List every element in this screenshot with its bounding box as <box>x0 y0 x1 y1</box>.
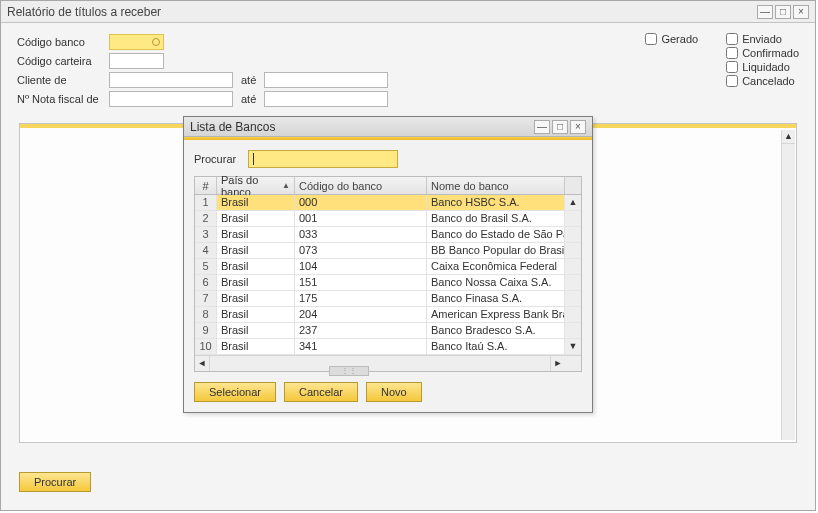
liquidado-checkbox[interactable]: Liquidado <box>726 61 799 73</box>
gerado-checkbox[interactable]: Gerado <box>645 33 698 45</box>
window-title: Relatório de títulos a receber <box>7 5 757 19</box>
cell-codigo: 001 <box>295 211 427 226</box>
enviado-box[interactable] <box>726 33 738 45</box>
maximize-icon[interactable]: □ <box>775 5 791 19</box>
table-row[interactable]: 7Brasil175Banco Finasa S.A. <box>195 291 581 307</box>
dialog-minimize-icon[interactable]: — <box>534 120 550 134</box>
cell-num: 5 <box>195 259 217 274</box>
cell-scroll[interactable] <box>565 307 581 322</box>
dialog-title: Lista de Bancos <box>190 120 534 134</box>
cliente-de-label: Cliente de <box>17 74 109 86</box>
cell-scroll[interactable] <box>565 291 581 306</box>
cell-num: 6 <box>195 275 217 290</box>
dialog-titlebar[interactable]: Lista de Bancos — □ × <box>184 117 592 137</box>
cell-nome: Banco HSBC S.A. <box>427 195 565 210</box>
enviado-checkbox[interactable]: Enviado <box>726 33 799 45</box>
cancelado-box[interactable] <box>726 75 738 87</box>
col-codigo[interactable]: Código do banco <box>295 177 427 194</box>
hscroll-left-icon[interactable]: ◄ <box>195 356 210 371</box>
cell-nome: Banco Nossa Caixa S.A. <box>427 275 565 290</box>
table-row[interactable]: 4Brasil073BB Banco Popular do Brasil S.A <box>195 243 581 259</box>
liquidado-box[interactable] <box>726 61 738 73</box>
table-row[interactable]: 1Brasil000Banco HSBC S.A.▲ <box>195 195 581 211</box>
cell-nome: Banco do Estado de São Paulo <box>427 227 565 242</box>
codigo-carteira-input[interactable] <box>109 53 164 69</box>
cell-codigo: 341 <box>295 339 427 354</box>
dialog-maximize-icon[interactable]: □ <box>552 120 568 134</box>
table-row[interactable]: 9Brasil237Banco Bradesco S.A. <box>195 323 581 339</box>
cell-codigo: 073 <box>295 243 427 258</box>
cell-pais: Brasil <box>217 195 295 210</box>
cell-scroll[interactable] <box>565 323 581 338</box>
cell-pais: Brasil <box>217 211 295 226</box>
cell-scroll[interactable] <box>565 259 581 274</box>
hscroll-thumb[interactable]: ⋮⋮ <box>329 366 369 376</box>
cell-nome: BB Banco Popular do Brasil S.A <box>427 243 565 258</box>
sort-asc-icon: ▲ <box>282 181 290 190</box>
minimize-icon[interactable]: — <box>757 5 773 19</box>
table-row[interactable]: 3Brasil033Banco do Estado de São Paulo <box>195 227 581 243</box>
cell-nome: Caixa Econômica Federal <box>427 259 565 274</box>
codigo-banco-input[interactable] <box>109 34 164 50</box>
novo-button[interactable]: Novo <box>366 382 422 402</box>
nota-fiscal-de-input[interactable] <box>109 91 233 107</box>
table-row[interactable]: 2Brasil001Banco do Brasil S.A. <box>195 211 581 227</box>
dialog-close-icon[interactable]: × <box>570 120 586 134</box>
table-row[interactable]: 6Brasil151Banco Nossa Caixa S.A. <box>195 275 581 291</box>
cliente-de-input[interactable] <box>109 72 233 88</box>
nota-fiscal-de-label: Nº Nota fiscal de <box>17 93 109 105</box>
codigo-banco-label: Código banco <box>17 36 109 48</box>
cell-num: 9 <box>195 323 217 338</box>
bancos-table: # País do banco▲ Código do banco Nome do… <box>194 176 582 372</box>
col-nome[interactable]: Nome do banco <box>427 177 565 194</box>
cell-pais: Brasil <box>217 307 295 322</box>
table-row[interactable]: 10Brasil341Banco Itaú S.A.▼ <box>195 339 581 355</box>
cancelar-button[interactable]: Cancelar <box>284 382 358 402</box>
vscroll-up-icon[interactable]: ▲ <box>569 198 578 207</box>
selecionar-button[interactable]: Selecionar <box>194 382 276 402</box>
cancelado-checkbox[interactable]: Cancelado <box>726 75 799 87</box>
cell-codigo: 175 <box>295 291 427 306</box>
cell-scroll[interactable] <box>565 243 581 258</box>
close-icon[interactable]: × <box>793 5 809 19</box>
table-horizontal-scroll[interactable]: ◄ ⋮⋮ ► <box>195 355 581 371</box>
cell-num: 7 <box>195 291 217 306</box>
cell-codigo: 237 <box>295 323 427 338</box>
cell-scroll[interactable] <box>565 227 581 242</box>
cell-codigo: 000 <box>295 195 427 210</box>
table-row[interactable]: 5Brasil104Caixa Econômica Federal <box>195 259 581 275</box>
titlebar[interactable]: Relatório de títulos a receber — □ × <box>1 1 815 23</box>
content-scrollbar[interactable]: ▲ <box>781 130 795 440</box>
procurar-button[interactable]: Procurar <box>19 472 91 492</box>
col-num[interactable]: # <box>195 177 217 194</box>
search-label: Procurar <box>194 153 236 165</box>
col-pais[interactable]: País do banco▲ <box>217 177 295 194</box>
gerado-box[interactable] <box>645 33 657 45</box>
cell-nome: American Express Bank Brasil B <box>427 307 565 322</box>
scroll-up-icon[interactable]: ▲ <box>782 130 795 144</box>
cell-pais: Brasil <box>217 323 295 338</box>
cell-scroll[interactable] <box>565 275 581 290</box>
confirmado-checkbox[interactable]: Confirmado <box>726 47 799 59</box>
cell-pais: Brasil <box>217 275 295 290</box>
cell-num: 1 <box>195 195 217 210</box>
hscroll-right-icon[interactable]: ► <box>550 356 565 371</box>
cliente-ate-input[interactable] <box>264 72 388 88</box>
cell-scroll[interactable]: ▲ <box>565 195 581 210</box>
cell-scroll[interactable]: ▼ <box>565 339 581 354</box>
ate-label-2: até <box>241 93 256 105</box>
confirmado-box[interactable] <box>726 47 738 59</box>
cell-pais: Brasil <box>217 227 295 242</box>
liquidado-label: Liquidado <box>742 61 790 73</box>
nota-fiscal-ate-input[interactable] <box>264 91 388 107</box>
cell-scroll[interactable] <box>565 211 581 226</box>
lista-bancos-dialog: Lista de Bancos — □ × Procurar # País do… <box>183 116 593 413</box>
report-window: Relatório de títulos a receber — □ × Cód… <box>0 0 816 511</box>
search-input[interactable] <box>248 150 398 168</box>
table-row[interactable]: 8Brasil204American Express Bank Brasil B <box>195 307 581 323</box>
cell-pais: Brasil <box>217 291 295 306</box>
col-pais-label: País do banco <box>221 174 279 198</box>
vscroll-down-icon[interactable]: ▼ <box>569 342 578 351</box>
cell-codigo: 204 <box>295 307 427 322</box>
enviado-label: Enviado <box>742 33 782 45</box>
